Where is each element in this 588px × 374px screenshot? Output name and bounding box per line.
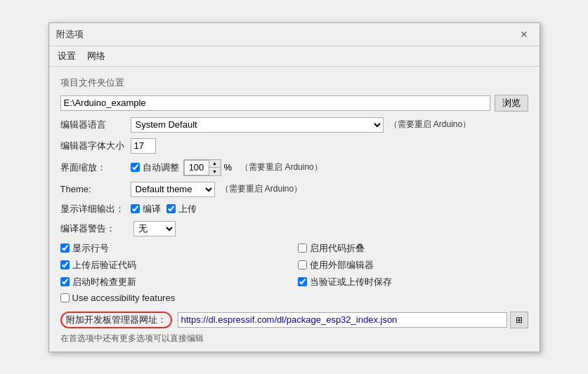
verify-code-label: 上传后验证代码 xyxy=(72,259,136,272)
compile-label: 编译 xyxy=(143,203,161,215)
scale-row: 界面缩放： 自动调整 ▲ ▼ % （需要重启 Arduino） xyxy=(60,159,528,176)
upload-checkbox[interactable] xyxy=(166,204,176,213)
theme-label: Theme: xyxy=(60,184,131,194)
menu-bar: 设置 网络 xyxy=(49,46,540,67)
dialog-title: 附选项 xyxy=(56,28,84,41)
auto-scale-checkbox[interactable] xyxy=(131,163,140,172)
right-checkboxes: 启用代码折叠 使用外部编辑器 当验证或上传时保存 xyxy=(298,242,528,307)
checkbox-accessibility: Use accessibility features xyxy=(60,293,291,303)
upload-label: 上传 xyxy=(178,203,197,215)
check-update-checkbox[interactable] xyxy=(60,277,70,286)
left-checkboxes: 显示行号 上传后验证代码 启动时检查更新 Use accessibility f… xyxy=(60,242,291,307)
percent-sign: % xyxy=(224,162,233,173)
verify-code-checkbox[interactable] xyxy=(60,260,70,269)
show-line-label: 显示行号 xyxy=(72,242,109,255)
compile-checkbox[interactable] xyxy=(131,204,140,213)
checkbox-save-verify: 当验证或上传时保存 xyxy=(298,276,528,288)
content-area: 项目文件夹位置 浏览 编辑器语言 System Default （需要重启 Ar… xyxy=(49,67,540,352)
theme-row: Theme: Default theme （需要重启 Arduino） xyxy=(60,182,528,197)
checkbox-code-folding: 启用代码折叠 xyxy=(298,242,528,255)
save-verify-label: 当验证或上传时保存 xyxy=(310,276,392,288)
board-manager-row: 附加开发板管理器网址： ⊞ xyxy=(60,312,528,328)
scale-down-button[interactable]: ▼ xyxy=(209,168,221,175)
checkbox-check-update: 启动时检查更新 xyxy=(60,276,291,288)
scale-input[interactable] xyxy=(184,160,209,175)
board-manager-label: 附加开发板管理器网址： xyxy=(60,312,172,328)
warn-row: 编译器警告： 无 默认 更多 全部 xyxy=(60,221,528,236)
board-manager-btn[interactable]: ⊞ xyxy=(510,312,528,328)
auto-scale-label: 自动调整 xyxy=(143,161,179,174)
language-select[interactable]: System Default xyxy=(131,117,384,133)
menu-settings[interactable]: 设置 xyxy=(52,48,81,65)
checkbox-show-line: 显示行号 xyxy=(60,242,291,255)
theme-select[interactable]: Default theme xyxy=(131,182,215,197)
language-row: 编辑器语言 System Default （需要重启 Arduino） xyxy=(60,117,528,133)
font-size-row: 编辑器字体大小 xyxy=(60,138,528,154)
project-folder-label: 项目文件夹位置 xyxy=(60,76,528,89)
save-verify-checkbox[interactable] xyxy=(298,277,307,286)
scale-spinner: ▲ ▼ xyxy=(209,160,221,175)
preferences-dialog: 附选项 ✕ 设置 网络 项目文件夹位置 浏览 编辑器语言 System Defa… xyxy=(48,22,540,352)
language-note: （需要重启 Arduino） xyxy=(389,119,471,131)
language-label: 编辑器语言 xyxy=(60,119,131,131)
code-folding-checkbox[interactable] xyxy=(298,243,307,253)
ext-editor-checkbox[interactable] xyxy=(298,260,307,269)
browse-button[interactable]: 浏览 xyxy=(495,95,528,112)
accessibility-label: Use accessibility features xyxy=(72,293,176,303)
font-size-input[interactable] xyxy=(131,138,156,154)
scale-up-button[interactable]: ▲ xyxy=(209,160,221,168)
theme-note: （需要重启 Arduino） xyxy=(221,183,303,195)
project-folder-row: 浏览 xyxy=(60,95,528,112)
check-update-label: 启动时检查更新 xyxy=(72,276,136,288)
warn-select[interactable]: 无 默认 更多 全部 xyxy=(133,221,176,236)
accessibility-checkbox[interactable] xyxy=(60,293,70,302)
checkbox-verify-code: 上传后验证代码 xyxy=(60,259,291,272)
scale-label: 界面缩放： xyxy=(60,161,131,174)
board-manager-url-input[interactable] xyxy=(178,312,507,328)
project-path-input[interactable] xyxy=(60,95,490,111)
show-line-checkbox[interactable] xyxy=(60,243,70,253)
scale-note: （需要重启 Arduino） xyxy=(240,161,322,173)
font-size-label: 编辑器字体大小 xyxy=(60,140,131,152)
bottom-note: 在首选项中还有更多选项可以直接编辑 xyxy=(60,333,528,345)
close-button[interactable]: ✕ xyxy=(516,27,533,41)
verbose-row: 显示详细输出： 编译 上传 xyxy=(60,203,528,215)
menu-network[interactable]: 网络 xyxy=(81,48,111,65)
verbose-label: 显示详细输出： xyxy=(60,203,131,215)
warn-label: 编译器警告： xyxy=(60,222,131,235)
checkboxes-grid: 显示行号 上传后验证代码 启动时检查更新 Use accessibility f… xyxy=(60,242,528,307)
checkbox-ext-editor: 使用外部编辑器 xyxy=(298,259,528,272)
ext-editor-label: 使用外部编辑器 xyxy=(310,259,374,272)
title-bar: 附选项 ✕ xyxy=(49,23,540,46)
code-folding-label: 启用代码折叠 xyxy=(310,242,365,255)
